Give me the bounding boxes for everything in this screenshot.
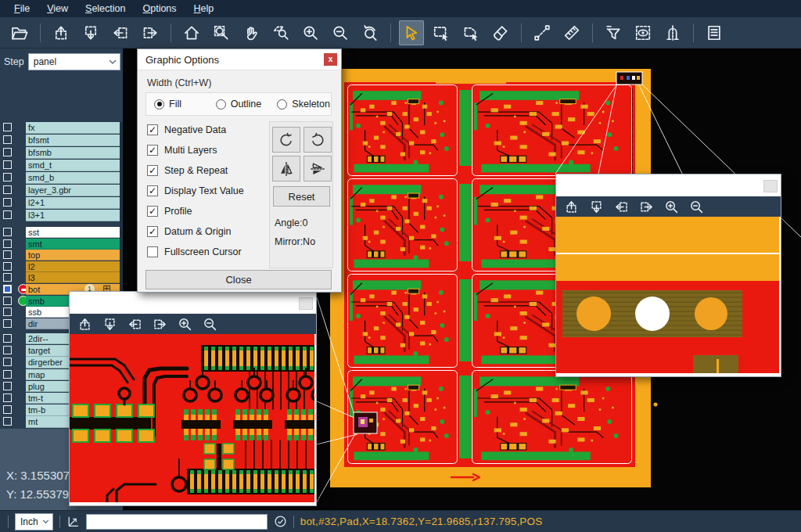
zoom-window-titlebar[interactable] — [556, 174, 781, 196]
layer-checkbox[interactable] — [3, 394, 12, 402]
layer-row-l2[interactable]: l2 — [0, 261, 123, 272]
layer-checkbox[interactable] — [3, 173, 12, 182]
layer-checkbox[interactable] — [3, 334, 12, 343]
pan-down-icon[interactable] — [99, 315, 120, 332]
zoom-out-icon[interactable] — [686, 198, 706, 215]
mirror-h-button[interactable] — [272, 156, 300, 182]
layer-row-smt[interactable]: smt — [0, 239, 123, 250]
layer-row-l3+1[interactable]: l3+1 — [0, 210, 123, 221]
home-icon[interactable] — [179, 20, 204, 45]
menu-file[interactable]: File — [6, 2, 38, 16]
pan-right-icon[interactable] — [636, 198, 656, 215]
pan-left-icon[interactable] — [108, 20, 133, 45]
window-button-icon[interactable] — [299, 297, 313, 310]
open-folder-icon[interactable] — [7, 20, 32, 45]
command-input[interactable] — [86, 514, 268, 530]
zoom-out-icon[interactable] — [328, 20, 353, 45]
layer-name[interactable]: fx — [26, 122, 120, 134]
radio-fill[interactable]: Fill — [154, 99, 208, 110]
layer-row-smd_b[interactable]: smd_b — [0, 172, 123, 184]
zoom-object-icon[interactable] — [268, 20, 293, 45]
layer-name[interactable]: sst — [26, 227, 120, 238]
checkbox-fullscreen-cursor[interactable]: Fullscreen Cursor — [147, 246, 242, 257]
zoom-in-icon[interactable] — [174, 315, 195, 332]
select-cursor-icon[interactable] — [399, 20, 424, 45]
layer-checkbox[interactable] — [3, 297, 12, 305]
zoom-out-icon[interactable] — [199, 315, 220, 332]
view-filter-eye-icon[interactable] — [630, 20, 656, 45]
layer-checkbox[interactable] — [3, 307, 12, 316]
unit-select[interactable]: Inch — [15, 513, 53, 530]
radio-outline[interactable]: Outline — [216, 99, 270, 110]
layer-checkbox[interactable] — [3, 262, 12, 271]
layer-name[interactable]: l3+1 — [26, 210, 120, 221]
layer-name[interactable]: l2 — [26, 261, 120, 272]
layer-checkbox[interactable] — [3, 123, 12, 131]
close-icon[interactable]: x — [324, 53, 337, 66]
radio-skeleton[interactable]: Skeleton — [277, 99, 331, 110]
pan-left-icon[interactable] — [611, 198, 631, 215]
layer-name[interactable]: smd_t — [26, 160, 120, 171]
layer-name[interactable]: top — [26, 250, 120, 261]
pan-hand-icon[interactable] — [239, 20, 264, 45]
layer-checkbox[interactable] — [3, 346, 12, 354]
reset-button[interactable]: Reset — [273, 186, 330, 207]
pan-down-icon[interactable] — [586, 198, 606, 215]
zoom-in-icon[interactable] — [661, 198, 681, 215]
checkbox-profile[interactable]: ✓Profile — [147, 206, 192, 217]
rotate-ccw-button[interactable] — [304, 127, 332, 153]
layer-checkbox[interactable] — [3, 148, 12, 156]
layer-row-fx[interactable]: fx — [0, 122, 123, 134]
pan-up-icon[interactable] — [48, 20, 74, 45]
layer-checkbox[interactable] — [3, 185, 12, 194]
zoom-window-titlebar[interactable] — [70, 292, 316, 314]
apply-check-icon[interactable] — [274, 515, 287, 528]
layer-checkbox[interactable] — [3, 198, 12, 207]
layer-name[interactable]: l2+1 — [26, 197, 120, 209]
window-button-icon[interactable] — [763, 180, 778, 192]
menu-help[interactable]: Help — [186, 2, 222, 16]
layer-checkbox[interactable] — [3, 135, 12, 144]
layer-row-layer_3.gbr[interactable]: layer_3.gbr — [0, 185, 123, 196]
layer-row-top[interactable]: top — [0, 250, 123, 261]
snap-arc-icon[interactable] — [660, 20, 685, 45]
menu-view[interactable]: View — [39, 2, 76, 16]
layer-checkbox[interactable] — [3, 382, 12, 390]
zoom-previous-icon[interactable] — [357, 20, 383, 45]
zoom-in-icon[interactable] — [298, 20, 323, 45]
layer-checkbox[interactable] — [3, 250, 12, 259]
measure-ruler-icon[interactable] — [559, 20, 584, 45]
measure-line-icon[interactable] — [530, 20, 555, 45]
layer-checkbox[interactable] — [3, 370, 12, 379]
layer-checkbox[interactable] — [3, 239, 12, 248]
checkbox-multi-layers[interactable]: ✓Multi Layers — [147, 145, 217, 156]
dialog-titlebar[interactable]: Graphic Options x — [138, 49, 341, 70]
layer-row-smd_t[interactable]: smd_t — [0, 160, 123, 171]
checkbox-step-repeat[interactable]: ✓Step & Repeat — [147, 165, 228, 176]
layer-row-bfsmt[interactable]: bfsmt — [0, 135, 123, 146]
angle-measure-icon[interactable] — [66, 515, 80, 528]
layer-name[interactable]: bfsmb — [26, 147, 120, 159]
menu-selection[interactable]: Selection — [77, 2, 133, 16]
layer-name[interactable]: smd_b — [26, 172, 120, 184]
report-list-icon[interactable] — [702, 20, 727, 45]
mirror-v-button[interactable] — [304, 156, 332, 182]
layer-checkbox[interactable] — [3, 210, 12, 219]
layer-name[interactable]: layer_3.gbr — [26, 185, 120, 196]
layer-checkbox[interactable] — [3, 319, 12, 328]
layer-checkbox[interactable] — [3, 285, 12, 293]
layer-checkbox[interactable] — [3, 358, 12, 366]
pan-up-icon[interactable] — [74, 315, 95, 332]
filter-funnel-icon[interactable] — [601, 20, 626, 45]
layer-row-bfsmb[interactable]: bfsmb — [0, 147, 123, 159]
layer-checkbox[interactable] — [3, 160, 12, 169]
layer-checkbox[interactable] — [3, 273, 12, 282]
layer-checkbox[interactable] — [3, 405, 12, 414]
zoom-pads-viewport[interactable] — [556, 217, 779, 373]
layer-row-l2+1[interactable]: l2+1 — [0, 197, 123, 209]
pan-up-icon[interactable] — [561, 198, 581, 215]
checkbox-datum-origin[interactable]: ✓Datum & Origin — [147, 226, 231, 237]
select-rect-icon[interactable] — [429, 20, 454, 45]
layer-name[interactable]: bfsmt — [26, 135, 120, 146]
pan-left-icon[interactable] — [124, 315, 145, 332]
